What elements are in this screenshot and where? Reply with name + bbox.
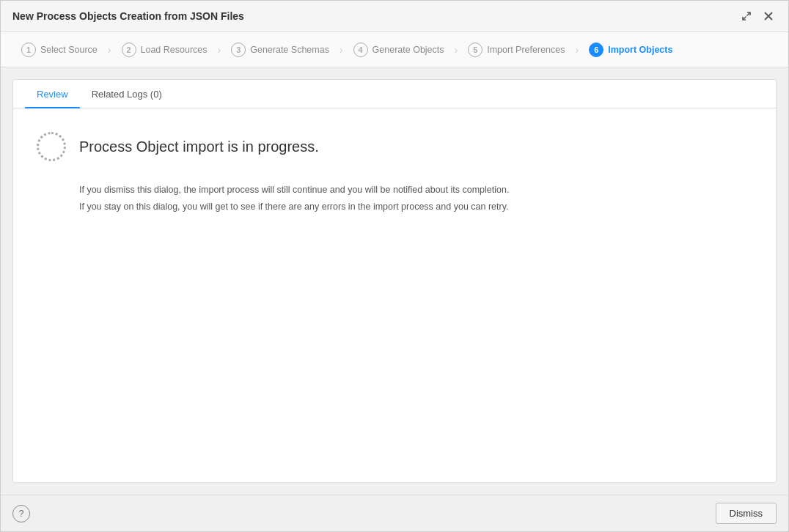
step-3[interactable]: 3 Generate Schemas	[222, 43, 338, 57]
spinner-icon	[37, 132, 66, 161]
progress-title: Process Object import is in progress.	[79, 138, 319, 155]
dismiss-button[interactable]: Dismiss	[716, 503, 777, 524]
step-5[interactable]: 5 Import Preferences	[459, 43, 573, 57]
divider-5: ›	[574, 44, 581, 56]
divider-4: ›	[453, 44, 460, 56]
title-bar: New Process Objects Creation from JSON F…	[1, 1, 788, 32]
progress-section: Process Object import is in progress.	[37, 132, 752, 161]
step-6-circle: 6	[589, 43, 603, 57]
step-5-label: Import Preferences	[487, 45, 565, 55]
tabs: Review Related Logs (0)	[13, 80, 776, 108]
step-3-circle: 3	[231, 43, 246, 57]
info-line-1: If you dismiss this dialog, the import p…	[79, 182, 752, 199]
step-1-circle: 1	[21, 43, 36, 57]
step-6-label: Import Objects	[608, 45, 672, 55]
expand-button[interactable]	[738, 8, 755, 24]
divider-2: ›	[216, 44, 223, 56]
step-5-circle: 5	[468, 43, 482, 57]
step-1[interactable]: 1 Select Source	[12, 43, 106, 57]
step-3-label: Generate Schemas	[250, 45, 329, 55]
dialog: New Process Objects Creation from JSON F…	[0, 0, 789, 532]
main-card: Review Related Logs (0) Process Object i…	[12, 79, 777, 483]
step-2-circle: 2	[122, 43, 136, 57]
footer: ? Dismiss	[1, 495, 788, 531]
step-1-label: Select Source	[40, 45, 98, 55]
spinner-animation	[37, 132, 66, 161]
step-2-label: Load Resources	[141, 45, 208, 55]
step-4-circle: 4	[353, 43, 368, 57]
content-area: Review Related Logs (0) Process Object i…	[1, 67, 788, 495]
help-button[interactable]: ?	[12, 505, 30, 522]
step-2[interactable]: 2 Load Resources	[113, 43, 216, 57]
divider-3: ›	[338, 44, 345, 56]
dialog-title: New Process Objects Creation from JSON F…	[12, 10, 244, 22]
close-button[interactable]	[760, 8, 777, 24]
title-actions	[738, 8, 777, 24]
tab-related-logs[interactable]: Related Logs (0)	[80, 80, 174, 108]
steps-bar: 1 Select Source › 2 Load Resources › 3 G…	[1, 32, 788, 67]
info-text: If you dismiss this dialog, the import p…	[79, 182, 752, 215]
step-4[interactable]: 4 Generate Objects	[345, 43, 453, 57]
card-body: Process Object import is in progress. If…	[13, 108, 776, 482]
divider-1: ›	[106, 44, 113, 56]
step-4-label: Generate Objects	[373, 45, 444, 55]
info-line-2: If you stay on this dialog, you will get…	[79, 199, 752, 215]
tab-review[interactable]: Review	[25, 80, 80, 108]
step-6[interactable]: 6 Import Objects	[580, 43, 681, 57]
